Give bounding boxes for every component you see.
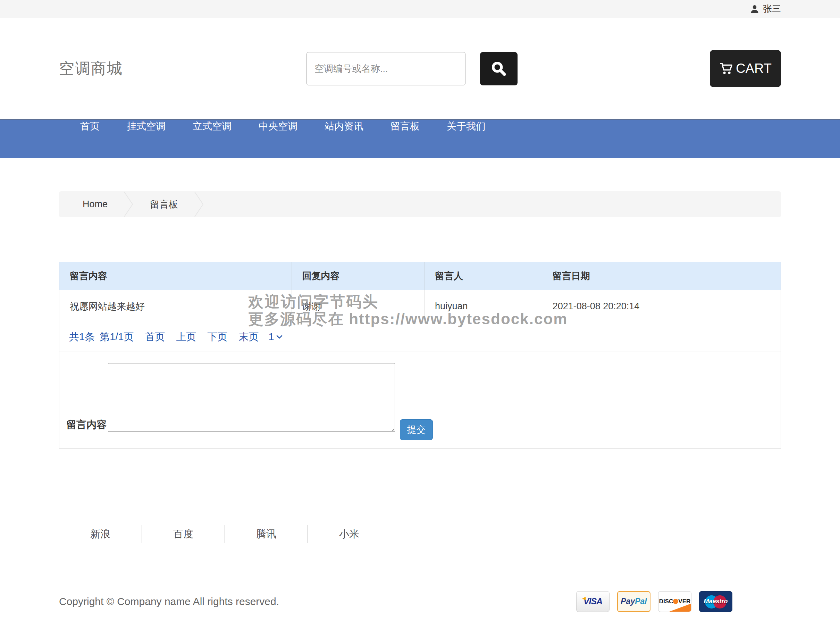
main-nav: 首页 挂式空调 立式空调 中央空调 站内资讯 留言板 关于我们	[0, 119, 840, 158]
table-row: 祝愿网站越来越好 谢谢 huiyuan 2021-08-08 20:20:14	[59, 290, 781, 323]
pagination: 共1条 第1/1页 首页 上页 下页 末页 1	[59, 323, 781, 352]
cart-label: CART	[736, 61, 772, 76]
user-icon	[750, 4, 760, 14]
nav-item-news[interactable]: 站内资讯	[311, 120, 377, 133]
pagination-first[interactable]: 首页	[145, 330, 165, 344]
visa-card-icon: VISA	[576, 591, 610, 612]
col-header-date: 留言日期	[542, 262, 781, 290]
chevron-right-icon	[124, 191, 134, 217]
pagination-page-info: 第1/1页	[100, 330, 134, 344]
cell-author: huiyuan	[424, 290, 542, 323]
discover-o-dot	[673, 599, 678, 604]
username: 张三	[763, 3, 781, 15]
breadcrumb-current: 留言板	[134, 198, 194, 211]
nav-item-message-board[interactable]: 留言板	[377, 120, 433, 133]
link-tencent[interactable]: 腾讯	[225, 525, 307, 543]
message-form: 留言内容 提交	[59, 352, 781, 448]
cell-message: 祝愿网站越来越好	[59, 290, 292, 323]
site-header: 空调商城 CART	[0, 18, 840, 119]
nav-item-home[interactable]: 首页	[67, 120, 113, 133]
nav-item-floor-ac[interactable]: 立式空调	[179, 120, 245, 133]
breadcrumb: Home 留言板	[59, 191, 781, 217]
copyright-text: Copyright © Company name All rights rese…	[59, 596, 279, 607]
paypal-card-icon: PayPal	[617, 591, 651, 612]
col-header-message: 留言内容	[59, 262, 292, 290]
cart-icon	[719, 62, 734, 76]
search-button[interactable]	[480, 52, 518, 85]
topbar: 张三	[0, 0, 840, 18]
breadcrumb-home[interactable]: Home	[59, 199, 124, 210]
pagination-prev[interactable]: 上页	[176, 330, 196, 344]
link-baidu[interactable]: 百度	[142, 525, 225, 543]
message-table: 留言内容 回复内容 留言人 留言日期 祝愿网站越来越好 谢谢 huiyuan 2…	[59, 262, 781, 323]
message-textarea[interactable]	[108, 363, 395, 432]
search-input[interactable]	[306, 52, 465, 85]
cell-date: 2021-08-08 20:20:14	[542, 290, 781, 323]
nav-item-central-ac[interactable]: 中央空调	[245, 120, 311, 133]
col-header-reply: 回复内容	[292, 262, 424, 290]
nav-item-about[interactable]: 关于我们	[433, 120, 499, 133]
col-header-author: 留言人	[424, 262, 542, 290]
friend-links: 新浪 百度 腾讯 小米	[59, 525, 781, 543]
message-form-label: 留言内容	[66, 418, 108, 432]
main-content: Home 留言板 留言内容 回复内容 留言人 留言日期 祝愿网站越来越好 谢谢	[59, 191, 781, 612]
payment-methods: VISA PayPal DISCVER Maestro	[576, 591, 733, 612]
link-xiaomi[interactable]: 小米	[307, 525, 390, 543]
cart-button[interactable]: CART	[710, 50, 781, 87]
maestro-card-icon: Maestro	[699, 591, 733, 612]
pagination-next[interactable]: 下页	[207, 330, 227, 344]
search-bar	[306, 52, 518, 85]
cell-reply: 谢谢	[292, 290, 424, 323]
search-icon	[490, 60, 508, 78]
nav-item-wall-ac[interactable]: 挂式空调	[113, 120, 179, 133]
page-select[interactable]: 1	[268, 331, 282, 342]
user-menu[interactable]: 张三	[750, 3, 781, 15]
table-header-row: 留言内容 回复内容 留言人 留言日期	[59, 262, 781, 290]
footer: Copyright © Company name All rights rese…	[59, 591, 781, 612]
pagination-total: 共1条	[69, 330, 95, 344]
site-logo[interactable]: 空调商城	[59, 58, 123, 79]
chevron-down-icon	[276, 335, 283, 339]
message-board-panel: 留言内容 回复内容 留言人 留言日期 祝愿网站越来越好 谢谢 huiyuan 2…	[59, 262, 781, 449]
submit-button[interactable]: 提交	[400, 419, 433, 440]
pagination-last[interactable]: 末页	[238, 330, 259, 344]
discover-card-icon: DISCVER	[658, 591, 692, 612]
link-sina[interactable]: 新浪	[59, 525, 142, 543]
chevron-right-icon	[194, 191, 204, 217]
